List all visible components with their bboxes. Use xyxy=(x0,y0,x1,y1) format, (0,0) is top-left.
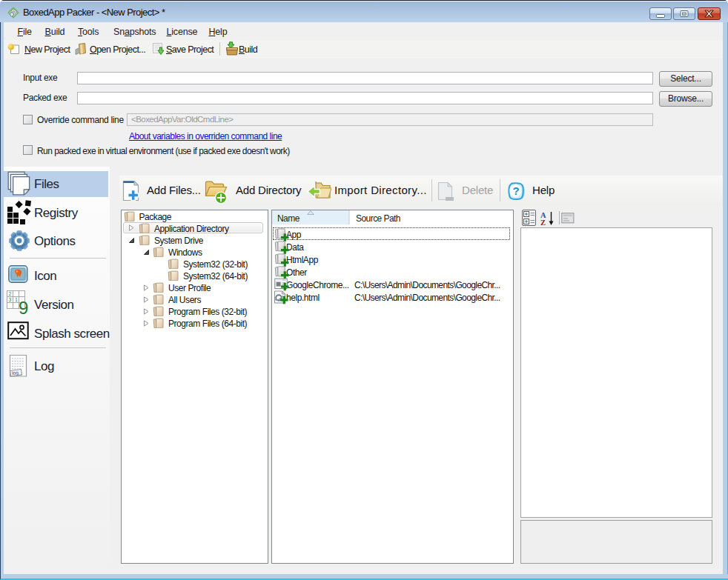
svg-text:Z: Z xyxy=(540,219,546,227)
svg-text:1: 1 xyxy=(15,297,18,302)
svg-text:2: 2 xyxy=(9,291,12,296)
svg-text:9: 9 xyxy=(19,298,28,315)
svg-text:3: 3 xyxy=(9,297,12,302)
svg-text:A: A xyxy=(540,211,546,219)
svg-text:?: ? xyxy=(513,184,520,197)
